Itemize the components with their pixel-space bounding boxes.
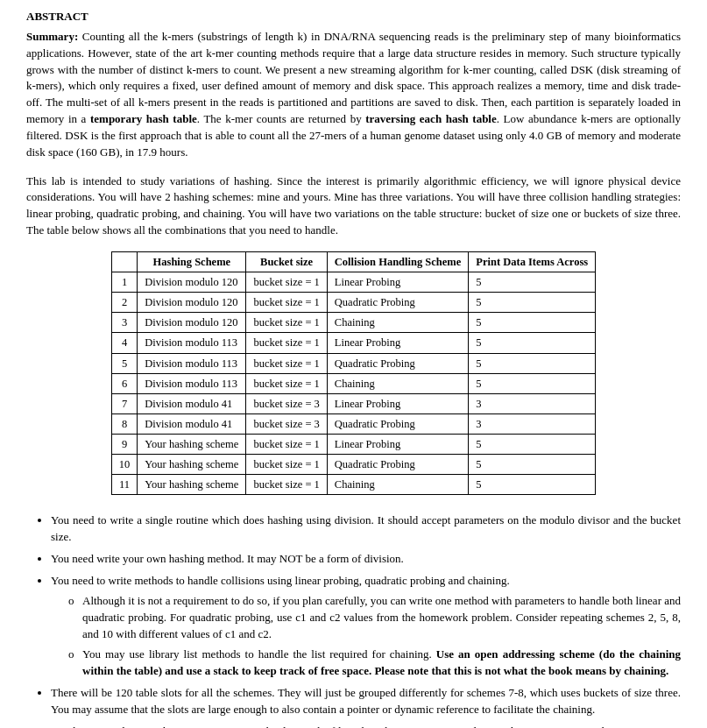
table-cell: bucket size = 1 bbox=[246, 373, 327, 393]
table-cell: 5 bbox=[469, 272, 596, 293]
lab-intro-text: This lab is intended to study variations… bbox=[26, 173, 681, 239]
table-cell: Your hashing scheme bbox=[138, 455, 246, 475]
table-cell: 4 bbox=[111, 333, 138, 353]
table-cell: Quadratic Probing bbox=[327, 353, 468, 373]
table-row: 10Your hashing schemebucket size = 1Quad… bbox=[111, 455, 595, 475]
table-cell: Linear Probing bbox=[327, 272, 468, 293]
table-cell: 5 bbox=[469, 475, 596, 495]
table-cell: 5 bbox=[469, 435, 596, 455]
table-cell: 11 bbox=[111, 475, 138, 495]
table-cell: Division modulo 113 bbox=[138, 333, 246, 353]
table-cell: Linear Probing bbox=[327, 393, 468, 413]
list-item: For the required minimal input you are t… bbox=[51, 724, 681, 728]
sub-list: Although it is not a requirement to do s… bbox=[68, 593, 681, 680]
table-cell: 2 bbox=[111, 293, 138, 313]
table-cell: bucket size = 1 bbox=[246, 353, 327, 373]
table-cell: bucket size = 3 bbox=[246, 413, 327, 434]
lab-intro-section: This lab is intended to study variations… bbox=[26, 173, 681, 239]
list-item: You need to write methods to handle coll… bbox=[51, 573, 681, 680]
list-item: You need to write a single routine which… bbox=[51, 512, 681, 546]
table-cell: Chaining bbox=[327, 313, 468, 333]
table-cell: bucket size = 1 bbox=[246, 435, 327, 455]
list-item: There will be 120 table slots for all th… bbox=[51, 685, 681, 718]
abstract-section: ABSTRACT Summary: Counting all the k-mer… bbox=[26, 9, 681, 161]
table-row: 9Your hashing schemebucket size = 1Linea… bbox=[111, 435, 595, 455]
table-row: 11Your hashing schemebucket size = 1Chai… bbox=[111, 475, 595, 495]
temporary-hash-table-bold: temporary hash table bbox=[90, 112, 197, 125]
traversing-bold: traversing each hash table bbox=[365, 112, 497, 125]
summary-label: Summary: bbox=[26, 30, 78, 43]
table-cell: Division modulo 41 bbox=[138, 413, 246, 434]
table-row: 7Division modulo 41bucket size = 3Linear… bbox=[111, 393, 595, 413]
sub-list-item: You may use library list methods to hand… bbox=[68, 647, 681, 680]
table-cell: bucket size = 1 bbox=[246, 455, 327, 475]
table-cell: Quadratic Probing bbox=[327, 455, 468, 475]
table-cell: 6 bbox=[111, 373, 138, 393]
table-cell: 10 bbox=[111, 455, 138, 475]
table-row: 8Division modulo 41bucket size = 3Quadra… bbox=[111, 413, 595, 434]
table-cell: Your hashing scheme bbox=[138, 435, 246, 455]
col-header-hashing: Hashing Scheme bbox=[138, 251, 246, 272]
table-row: 2Division modulo 120bucket size = 1Quadr… bbox=[111, 293, 595, 313]
table-cell: 5 bbox=[469, 313, 596, 333]
table-row: 3Division modulo 120bucket size = 1Chain… bbox=[111, 313, 595, 333]
summary-body: Counting all the k-mers (substrings of l… bbox=[26, 30, 681, 159]
table-cell: 5 bbox=[111, 353, 138, 373]
table-cell: 5 bbox=[469, 455, 596, 475]
table-container: Hashing Scheme Bucket size Collision Han… bbox=[26, 251, 681, 496]
table-cell: 9 bbox=[111, 435, 138, 455]
requirements-list: You need to write a single routine which… bbox=[51, 512, 681, 728]
table-row: 1Division modulo 120bucket size = 1Linea… bbox=[111, 272, 595, 293]
table-header-row: Hashing Scheme Bucket size Collision Han… bbox=[111, 251, 595, 272]
table-cell: 5 bbox=[469, 353, 596, 373]
table-cell: 3 bbox=[469, 393, 596, 413]
table-row: 6Division modulo 113bucket size = 1Chain… bbox=[111, 373, 595, 393]
table-cell: Division modulo 41 bbox=[138, 393, 246, 413]
table-cell: Linear Probing bbox=[327, 435, 468, 455]
table-cell: bucket size = 1 bbox=[246, 272, 327, 293]
table-cell: Division modulo 113 bbox=[138, 373, 246, 393]
table-cell: 3 bbox=[469, 413, 596, 434]
table-cell: 5 bbox=[469, 333, 596, 353]
col-header-print: Print Data Items Across bbox=[469, 251, 596, 272]
table-cell: Division modulo 120 bbox=[138, 313, 246, 333]
table-cell: 1 bbox=[111, 272, 138, 293]
table-cell: 5 bbox=[469, 293, 596, 313]
table-cell: Division modulo 120 bbox=[138, 272, 246, 293]
col-header-bucket: Bucket size bbox=[246, 251, 327, 272]
table-cell: Your hashing scheme bbox=[138, 475, 246, 495]
table-cell: Division modulo 120 bbox=[138, 293, 246, 313]
table-cell: Division modulo 113 bbox=[138, 353, 246, 373]
table-cell: Chaining bbox=[327, 373, 468, 393]
table-cell: Chaining bbox=[327, 475, 468, 495]
table-cell: 8 bbox=[111, 413, 138, 434]
table-cell: Quadratic Probing bbox=[327, 413, 468, 434]
table-cell: 7 bbox=[111, 393, 138, 413]
abstract-header: ABSTRACT bbox=[26, 9, 681, 25]
table-cell: Quadratic Probing bbox=[327, 293, 468, 313]
col-header-collision: Collision Handling Scheme bbox=[327, 251, 468, 272]
table-cell: bucket size = 1 bbox=[246, 475, 327, 495]
table-cell: Linear Probing bbox=[327, 333, 468, 353]
table-cell: bucket size = 1 bbox=[246, 333, 327, 353]
col-header-num bbox=[111, 251, 138, 272]
table-cell: bucket size = 3 bbox=[246, 393, 327, 413]
hashing-table: Hashing Scheme Bucket size Collision Han… bbox=[111, 251, 596, 496]
table-cell: 5 bbox=[469, 373, 596, 393]
table-row: 4Division modulo 113bucket size = 1Linea… bbox=[111, 333, 595, 353]
table-row: 5Division modulo 113bucket size = 1Quadr… bbox=[111, 353, 595, 373]
table-cell: bucket size = 1 bbox=[246, 293, 327, 313]
list-item: You need write your own hashing method. … bbox=[51, 551, 681, 568]
sub-list-item: Although it is not a requirement to do s… bbox=[68, 593, 681, 643]
table-cell: bucket size = 1 bbox=[246, 313, 327, 333]
table-cell: 3 bbox=[111, 313, 138, 333]
summary-paragraph: Summary: Counting all the k-mers (substr… bbox=[26, 29, 681, 161]
